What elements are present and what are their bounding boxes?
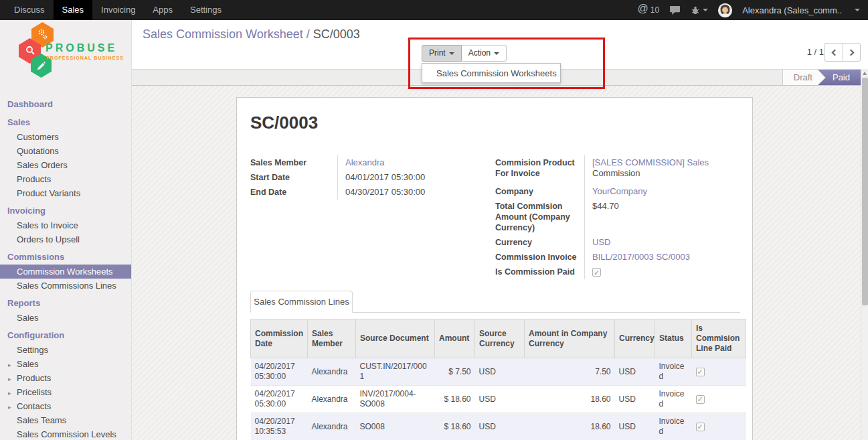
is-commission-paid-checkbox[interactable]: ✓ [592, 268, 601, 277]
table-header-row: Commission Date Sales Member Source Docu… [251, 319, 746, 358]
chat-icon[interactable] [669, 5, 681, 15]
logo-tagline: PROFESSIONAL BUSINESS [46, 56, 124, 60]
sidebar-item-label: Contacts [17, 401, 51, 411]
sidebar-item-sales-to-invoice[interactable]: Sales to Invoice [0, 218, 131, 232]
scrollbar-thumb[interactable] [862, 78, 868, 305]
col-status[interactable]: Status [655, 319, 692, 358]
cell-amount: $ 18.60 [435, 386, 475, 413]
debug-bug-icon[interactable] [691, 5, 708, 15]
sidebar-section-reports[interactable]: Reports [0, 296, 131, 311]
line-paid-checkbox[interactable]: ✓ [696, 368, 705, 376]
sidebar-item-reports-sales[interactable]: Sales [0, 311, 131, 325]
mentions-counter[interactable]: @ 10 [638, 3, 660, 17]
sidebar-item-commission-worksheets[interactable]: Commission Worksheets [0, 265, 131, 279]
sidebar-item-customers[interactable]: Customers [0, 130, 131, 144]
col-currency[interactable]: Currency [615, 319, 655, 358]
cell-source: INV/2017/0004-SO008 [356, 386, 435, 413]
field-value-is-commission-paid: ✓ [584, 265, 743, 279]
caret-down-icon [855, 9, 860, 11]
menu-settings[interactable]: Settings [181, 0, 230, 20]
print-dropdown-menu: Sales Commission Worksheets [422, 63, 561, 83]
sidebar-item-sales-orders[interactable]: Sales Orders [0, 158, 131, 172]
status-step-draft[interactable]: Draft [782, 70, 818, 85]
col-source-document[interactable]: Source Document [356, 319, 435, 358]
main-panel: Sales Commission Worksheet / SC/0003 Pri… [132, 20, 868, 440]
breadcrumb-parent-link[interactable]: Sales Commission Worksheet [143, 27, 303, 41]
user-menu[interactable]: Alexandra (Sales_comm.. [742, 5, 842, 15]
field-value-currency[interactable]: USD [584, 235, 743, 250]
cell-amount: $ 18.60 [435, 413, 475, 440]
col-amount[interactable]: Amount [435, 319, 475, 358]
sidebar-item-product-variants[interactable]: Product Variants [0, 186, 131, 200]
field-label-sales-member: Sales Member [250, 155, 337, 170]
col-commission-date[interactable]: Commission Date [251, 319, 308, 358]
print-button[interactable]: Print [422, 45, 462, 62]
pager-previous-button[interactable] [824, 43, 843, 62]
col-amount-company-currency[interactable]: Amount in Company Currency [525, 319, 615, 358]
cell-status: Invoiced [655, 358, 692, 386]
top-navbar: Discuss Sales Invoicing Apps Settings @ … [0, 0, 868, 20]
sidebar-item-orders-to-upsell[interactable]: Orders to Upsell [0, 232, 131, 246]
cell-member: Alexandra [308, 413, 356, 440]
field-label-currency: Currency [495, 235, 584, 250]
field-value-commission-invoice[interactable]: BILL/2017/0003 SC/0003 [584, 250, 743, 265]
field-value-start-date: 04/01/2017 05:30:00 [337, 170, 478, 185]
sidebar-item-dashboard[interactable]: Dashboard [0, 97, 131, 112]
sidebar-item-settings[interactable]: Settings [0, 343, 131, 357]
sidebar-item-quotations[interactable]: Quotations [0, 144, 131, 158]
company-logo[interactable]: PROBUSE PROFESSIONAL BUSINESS [0, 20, 131, 82]
field-value-sales-member[interactable]: Alexandra [337, 155, 478, 170]
line-paid-checkbox[interactable]: ✓ [696, 423, 705, 431]
cell-currency: USD [615, 413, 655, 440]
form-sheet: SC/0003 Sales Member Alexandra Start Dat… [236, 97, 753, 440]
menu-sales[interactable]: Sales [54, 0, 93, 20]
sidebar-section-commissions[interactable]: Commissions [0, 250, 131, 265]
pager-buttons [824, 43, 861, 62]
field-label-commission-invoice: Commission Invoice [495, 250, 584, 265]
menu-discuss[interactable]: Discuss [5, 0, 54, 20]
commission-lines-table: Commission Date Sales Member Source Docu… [250, 319, 746, 440]
sidebar-section-configuration[interactable]: Configuration [0, 328, 131, 343]
menu-invoicing[interactable]: Invoicing [92, 0, 144, 20]
field-label-total-commission: Total Commision Amount (Company Currency… [495, 199, 584, 235]
action-button[interactable]: Action [462, 45, 507, 62]
sidebar-item-config-pricelists[interactable]: ▸Pricelists [0, 385, 131, 399]
user-avatar[interactable] [718, 3, 732, 17]
table-row[interactable]: 04/20/2017 05:30:00 Alexandra CUST.IN/20… [251, 358, 746, 386]
sidebar-item-sales-teams[interactable]: Sales Teams [0, 413, 131, 427]
sidebar-item-sales-commission-levels[interactable]: Sales Commission Levels [0, 427, 131, 440]
line-paid-checkbox[interactable]: ✓ [696, 395, 705, 404]
sidebar-item-products[interactable]: Products [0, 172, 131, 186]
sidebar-item-label: Pricelists [17, 387, 52, 397]
tab-sales-commission-lines[interactable]: Sales Commission Lines [250, 291, 353, 313]
col-is-commission-line-paid[interactable]: Is Commision Line Paid [692, 319, 746, 358]
cell-currency: USD [615, 386, 655, 413]
breadcrumb-current: SC/0003 [313, 27, 360, 41]
field-value-company[interactable]: YourCompany [584, 184, 743, 199]
expand-caret-icon: ▸ [8, 388, 11, 398]
sidebar-section-sales[interactable]: Sales [0, 115, 131, 130]
control-panel: Sales Commission Worksheet / SC/0003 Pri… [132, 20, 868, 69]
col-sales-member[interactable]: Sales Member [308, 319, 356, 358]
table-row[interactable]: 04/20/2017 10:35:53 Alexandra SO008 $ 18… [251, 413, 746, 440]
sidebar-section-invoicing[interactable]: Invoicing [0, 204, 131, 218]
pager-next-button[interactable] [843, 43, 861, 62]
col-source-currency[interactable]: Source Currency [475, 319, 525, 358]
field-label-commission-product: Commision Product For Invoice [495, 155, 584, 181]
dropdown-item-sales-commission-worksheets[interactable]: Sales Commission Worksheets [436, 68, 557, 78]
app-menu: Discuss Sales Invoicing Apps Settings [0, 0, 230, 20]
sidebar-item-config-products[interactable]: ▸Products [0, 371, 131, 385]
sidebar-item-label: Sales [17, 359, 39, 369]
sidebar-nav: Dashboard Sales Customers Quotations Sal… [0, 82, 131, 440]
commission-product-link[interactable]: [SALES COMMISSION] Sales [592, 157, 709, 167]
expand-caret-icon: ▸ [8, 374, 11, 384]
mention-count: 10 [650, 3, 659, 17]
sidebar-item-config-contacts[interactable]: ▸Contacts [0, 399, 131, 413]
sidebar-item-sales-commissions-lines[interactable]: Sales Commissions Lines [0, 279, 131, 293]
menu-apps[interactable]: Apps [144, 0, 181, 20]
vertical-scrollbar[interactable] [861, 69, 868, 440]
cell-amount-company: 7.50 [525, 358, 615, 386]
sidebar-item-config-sales[interactable]: ▸Sales [0, 357, 131, 371]
scrollbar-up-button[interactable] [861, 69, 868, 78]
table-row[interactable]: 04/20/2017 05:30:00 Alexandra INV/2017/0… [251, 386, 746, 413]
